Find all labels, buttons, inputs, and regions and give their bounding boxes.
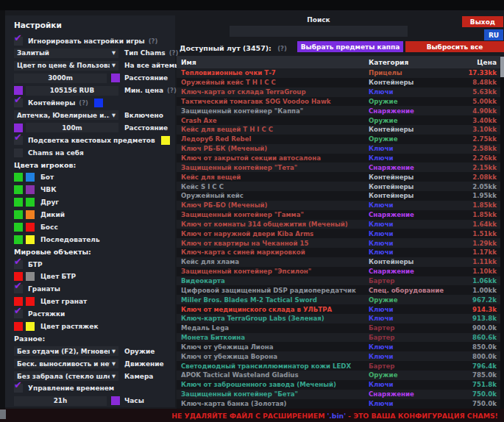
table-row[interactable]: Ключ-карта TerraGroup Labs (Зеленая)Ключ… xyxy=(177,314,504,323)
dropdown[interactable]: Без забрала (стекло шлема)▼ xyxy=(14,371,118,381)
table-row[interactable]: ВидеокартаБартер1.06kk xyxy=(177,276,504,286)
table-row[interactable]: Miller Bros. Blades M-2 Tactical SwordОр… xyxy=(177,295,504,304)
color-swatch[interactable] xyxy=(161,136,170,145)
item-price: 796.4k xyxy=(451,362,497,370)
value-input[interactable]: 21h xyxy=(14,396,107,406)
table-row[interactable]: Защищенный контейнер "Каппа"Снаряжение4.… xyxy=(177,106,504,115)
table-row[interactable]: Ледоруб Red RebelОружие2.75kk xyxy=(177,135,504,144)
table-row[interactable]: Защищенный контейнер "Бета"Снаряжение750… xyxy=(177,390,504,399)
color-row-label: Дикий xyxy=(40,211,65,218)
checkbox[interactable]: ✔ xyxy=(14,285,23,293)
table-row[interactable]: Кейс для хламаКонтейнеры1.11kk xyxy=(177,257,504,267)
item-category: Бартер xyxy=(369,324,451,332)
color-swatch[interactable] xyxy=(111,396,120,405)
color-swatch[interactable] xyxy=(14,185,23,194)
table-row[interactable]: Кейс для вещей T H I C CКонтейнеры3.10kk xyxy=(177,125,504,135)
settings-row: ✔Контейнеры(?) xyxy=(14,98,169,107)
table-row[interactable]: Цифровой защищенный DSP радиопередатчикС… xyxy=(177,285,504,295)
checkbox[interactable]: ✔ xyxy=(14,260,23,269)
table-row[interactable]: APOK Tactical Wasteland GladiusОружие785… xyxy=(177,371,504,380)
item-category: Прицелы xyxy=(369,69,451,76)
table-row[interactable]: Оружейный кейс T H I C CКонтейнеры8.48kk xyxy=(177,78,504,87)
dropdown[interactable]: Без отдачи (F2), Мгновенное п▼ xyxy=(14,346,118,356)
item-price: 1.11kk xyxy=(451,258,497,265)
color-swatch[interactable] xyxy=(14,210,23,219)
item-price: 967.2k xyxy=(451,296,497,304)
color-swatch[interactable] xyxy=(14,124,23,132)
color-swatch[interactable] xyxy=(14,198,23,207)
table-row[interactable]: Кейс для вещейКонтейнеры2.08kk xyxy=(177,172,504,182)
dropdown-label: На все айтемы xyxy=(124,62,180,69)
checkbox[interactable]: ✔ xyxy=(14,384,23,393)
table-row[interactable]: Ключ от убежища ЛионаКлючи850.0k xyxy=(177,342,504,351)
value-input[interactable]: 100m xyxy=(26,123,118,132)
settings-row: ЧВК xyxy=(14,185,169,195)
color-swatch[interactable] xyxy=(14,223,23,232)
color-swatch[interactable] xyxy=(26,173,35,182)
color-swatch[interactable] xyxy=(26,185,35,194)
checkbox[interactable]: ✔ xyxy=(14,310,23,318)
color-row-label: Бот xyxy=(40,174,54,181)
language-button[interactable]: RU xyxy=(484,29,503,40)
table-row[interactable]: Ключ от убежища ВоронаКлючи800.0k xyxy=(177,351,504,361)
table-row[interactable]: Ключ от наружной двери Kiba ArmsКлючи1.5… xyxy=(177,229,504,238)
drop-all-button[interactable]: Выбросить все xyxy=(405,41,504,52)
dropdown[interactable]: Беск. выносливость и нет уста▼ xyxy=(14,359,118,368)
table-row[interactable]: Защищенный контейнер "Гамма"Снаряжение1.… xyxy=(177,210,504,220)
color-swatch[interactable] xyxy=(26,198,35,207)
table-row[interactable]: Светодиодный трансиллюминатор кожи LEDXБ… xyxy=(177,361,504,371)
table-row[interactable]: Тепловизионные очки Т-7Прицелы17.33kk xyxy=(177,68,504,78)
table-row[interactable]: Защищенный контейнер "Эпсилон"Снаряжение… xyxy=(177,267,504,276)
table-row[interactable]: Защищенный контейнер "Тета"Снаряжение2.1… xyxy=(177,162,504,172)
table-scrollbar-thumb[interactable] xyxy=(500,57,504,77)
color-swatch[interactable] xyxy=(26,322,35,331)
color-swatch[interactable] xyxy=(94,99,103,107)
item-price: 2.15kk xyxy=(451,164,497,171)
color-swatch[interactable] xyxy=(26,210,35,219)
table-row[interactable]: Ключ-карта банка (Золотая)Ключи750.0k xyxy=(177,399,504,409)
value-input[interactable]: 3000m xyxy=(14,74,107,83)
checkbox[interactable]: ✔ xyxy=(14,99,23,107)
color-swatch[interactable] xyxy=(111,74,120,82)
value-input[interactable]: 105156 RUB xyxy=(26,86,118,96)
item-name: Защищенный контейнер "Бета" xyxy=(181,390,369,398)
table-row[interactable]: Ключ от комнаты 314 общежития (Меченый)К… xyxy=(177,220,504,229)
color-swatch[interactable] xyxy=(14,173,23,182)
table-row[interactable]: Ключ от медицинского склада в УЛЬТРАКлюч… xyxy=(177,304,504,314)
table-row[interactable]: Монета БиткоинаБартер860.6k xyxy=(177,333,504,343)
table-row[interactable]: Ключ-карта от склада TerraGroupКлючи5.63… xyxy=(177,87,504,97)
item-category: Спец. оборудование xyxy=(369,287,451,294)
color-swatch[interactable] xyxy=(26,297,35,306)
table-row[interactable]: Crash AxeОружие3.40kk xyxy=(177,115,504,125)
item-category: Оружие xyxy=(369,296,451,304)
settings-title: Настройки xyxy=(14,21,169,29)
table-row[interactable]: Ключ от квартиры на Чеканной 15Ключи1.29… xyxy=(177,238,504,248)
table-row[interactable]: Ключ от заброшенного завода (Меченый)Клю… xyxy=(177,380,504,390)
table-row[interactable]: Ключ от закрытой секции автосалонаКлючи2… xyxy=(177,154,504,163)
color-swatch[interactable] xyxy=(26,272,35,281)
table-row[interactable]: Тактический томагавк SOG Voodoo HawkОруж… xyxy=(177,97,504,107)
dropdown[interactable]: Залитый▼ xyxy=(14,49,118,58)
search-input[interactable] xyxy=(230,26,408,37)
color-row-label: Последователь xyxy=(40,236,100,243)
checkbox[interactable]: ✔ xyxy=(14,37,23,46)
checkbox[interactable] xyxy=(14,149,23,157)
select-kappa-items-button[interactable]: Выбрать предметы каппа xyxy=(297,41,403,52)
table-row[interactable]: Оружейный кейсКонтейнеры1.95kk xyxy=(177,191,504,201)
color-swatch[interactable] xyxy=(14,322,23,331)
dropdown[interactable]: Цвет по цене & Пользователь▼ xyxy=(14,61,118,71)
table-scrollbar[interactable] xyxy=(500,56,504,409)
table-row[interactable]: Кейс S I C CКонтейнеры2.05kk xyxy=(177,182,504,191)
table-row[interactable]: Ключ-карта с синей маркировкойКлючи1.17k… xyxy=(177,248,504,257)
resize-grip[interactable] xyxy=(0,410,6,419)
table-row[interactable]: Ключ РБ-БК (Меченый)Ключи2.58kk xyxy=(177,144,504,154)
item-price: 750.0k xyxy=(451,390,497,398)
table-row[interactable]: Ключ РБ-БО (Меченый)Ключи1.85kk xyxy=(177,201,504,210)
dropdown[interactable]: Аптечка, Ювелирные и...▼ xyxy=(14,110,118,120)
color-swatch[interactable] xyxy=(26,235,35,244)
exit-button[interactable]: Выход xyxy=(462,16,503,27)
checkbox[interactable]: ✔ xyxy=(14,136,23,145)
table-row[interactable]: Медаль LegaБартер900.0k xyxy=(177,323,504,333)
color-swatch[interactable] xyxy=(14,235,23,244)
color-swatch[interactable] xyxy=(26,223,35,232)
